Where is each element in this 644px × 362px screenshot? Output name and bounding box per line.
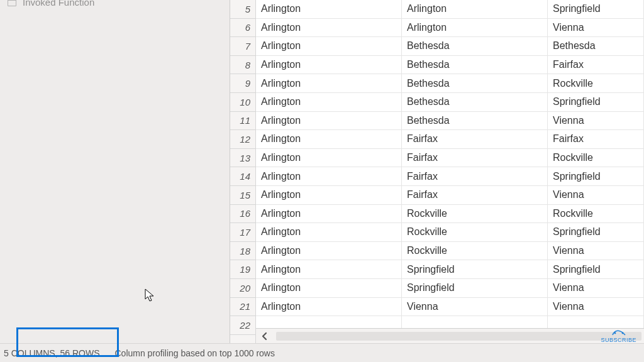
table-cell[interactable]: Rockville [402,242,548,260]
table-cell[interactable]: Arlington [256,112,402,130]
table-cell[interactable]: Bethesda [402,37,548,55]
table-row[interactable]: ArlingtonSpringfieldSpringfield [256,260,644,279]
table-cell[interactable]: Arlington [256,260,402,278]
table-cell[interactable]: Rockville [402,205,548,223]
table-cell[interactable]: Fairfax [402,149,548,167]
row-number-cell[interactable]: 6 [230,19,255,38]
table-cell[interactable]: Arlington [256,74,402,92]
table-row[interactable]: ArlingtonFairfaxRockville [256,149,644,168]
table-row[interactable]: ArlingtonBethesdaBethesda [256,37,644,56]
table-cell[interactable]: Arlington [256,19,402,37]
table-cell[interactable]: Fairfax [402,167,548,185]
table-row[interactable] [256,316,644,328]
table-cell[interactable]: Arlington [256,186,402,204]
table-row[interactable]: ArlingtonBethesdaRockville [256,74,644,93]
table-cell[interactable] [256,316,402,328]
table-cell[interactable] [402,316,548,328]
subscribe-label: SUBSCRIBE [601,337,636,343]
table-cell[interactable]: Vienna [548,186,644,204]
table-cell[interactable]: Springfield [548,0,644,18]
table-row[interactable]: ArlingtonFairfaxSpringfield [256,167,644,186]
table-cell[interactable]: Bethesda [402,93,548,111]
table-cell[interactable]: Rockville [402,223,548,241]
data-rows: ArlingtonArlingtonSpringfieldArlingtonAr… [256,0,644,328]
table-cell[interactable]: Springfield [548,223,644,241]
table-cell[interactable]: Vienna [548,19,644,37]
table-row[interactable]: ArlingtonRockvilleRockville [256,205,644,224]
table-row[interactable]: ArlingtonBethesdaVienna [256,112,644,131]
table-cell[interactable]: Springfield [548,93,644,111]
table-cell[interactable]: Springfield [402,260,548,278]
table-cell[interactable]: Bethesda [402,56,548,74]
table-cell[interactable]: Springfield [548,260,644,278]
table-cell[interactable]: Arlington [256,223,402,241]
row-number-cell[interactable]: 5 [230,0,255,19]
status-bar: 5 COLUMNS, 56 ROWS Column profiling base… [0,343,644,362]
table-cell[interactable] [548,316,644,328]
table-cell[interactable]: Vienna [548,112,644,130]
table-cell[interactable]: Vienna [548,298,644,316]
row-number-cell[interactable]: 14 [230,167,255,186]
row-number-cell[interactable]: 7 [230,37,255,56]
table-cell[interactable]: Arlington [256,37,402,55]
scroll-track[interactable] [276,332,641,341]
table-cell[interactable]: Fairfax [548,56,644,74]
table-cell[interactable]: Fairfax [548,130,644,148]
table-cell[interactable]: Vienna [402,298,548,316]
table-row[interactable]: ArlingtonArlingtonSpringfield [256,0,644,19]
table-row[interactable]: ArlingtonBethesdaSpringfield [256,93,644,112]
table-row[interactable]: ArlingtonBethesdaFairfax [256,56,644,75]
table-cell[interactable]: Arlington [256,298,402,316]
table-row[interactable]: ArlingtonViennaVienna [256,298,644,317]
table-cell[interactable]: Arlington [256,205,402,223]
row-number-cell[interactable]: 11 [230,112,255,131]
data-grid[interactable]: 5678910111213141516171819202122 Arlingto… [230,0,644,343]
table-cell[interactable]: Rockville [548,149,644,167]
queries-sidebar: Invoked Function [0,0,230,343]
row-number-cell[interactable]: 12 [230,130,255,149]
row-number-cell[interactable]: 8 [230,56,255,75]
row-number-cell[interactable]: 22 [230,316,255,335]
row-number-cell[interactable]: 21 [230,298,255,317]
table-row[interactable]: ArlingtonSpringfieldVienna [256,279,644,298]
table-cell[interactable]: Arlington [256,149,402,167]
row-number-cell[interactable]: 9 [230,74,255,93]
row-number-cell[interactable]: 19 [230,260,255,279]
table-cell[interactable]: Vienna [548,279,644,297]
row-number-cell[interactable]: 20 [230,279,255,298]
table-cell[interactable]: Arlington [256,130,402,148]
row-number-cell[interactable]: 17 [230,223,255,242]
table-cell[interactable]: Bethesda [402,112,548,130]
table-cell[interactable]: Arlington [256,93,402,111]
table-cell[interactable]: Arlington [256,242,402,260]
table-cell[interactable]: Arlington [256,0,402,18]
table-cell[interactable]: Springfield [402,279,548,297]
table-row[interactable]: ArlingtonRockvilleVienna [256,242,644,261]
horizontal-scrollbar[interactable] [256,328,644,343]
table-cell[interactable]: Arlington [402,19,548,37]
table-cell[interactable]: Bethesda [548,37,644,55]
table-row[interactable]: ArlingtonFairfaxFairfax [256,130,644,149]
row-number-cell[interactable]: 15 [230,186,255,205]
table-cell[interactable]: Arlington [256,279,402,297]
row-number-cell[interactable]: 10 [230,93,255,112]
table-cell[interactable]: Rockville [548,74,644,92]
table-cell[interactable]: Springfield [548,167,644,185]
table-cell[interactable]: Arlington [256,56,402,74]
table-cell[interactable]: Vienna [548,242,644,260]
table-cell[interactable]: Rockville [548,205,644,223]
table-row[interactable]: ArlingtonArlingtonVienna [256,19,644,38]
table-cell[interactable]: Arlington [402,0,548,18]
table-cell[interactable]: Fairfax [402,130,548,148]
row-number-cell[interactable]: 13 [230,149,255,168]
table-row[interactable]: ArlingtonFairfaxVienna [256,186,644,205]
table-cell[interactable]: Bethesda [402,74,548,92]
row-number-cell[interactable]: 16 [230,205,255,224]
query-item-invoked-function[interactable]: Invoked Function [0,0,230,10]
table-cell[interactable]: Arlington [256,167,402,185]
table-cell[interactable]: Fairfax [402,186,548,204]
row-number-cell[interactable]: 18 [230,242,255,261]
scroll-left-arrow[interactable] [256,329,274,343]
query-item-label: Invoked Function [23,0,94,8]
table-row[interactable]: ArlingtonRockvilleSpringfield [256,223,644,242]
